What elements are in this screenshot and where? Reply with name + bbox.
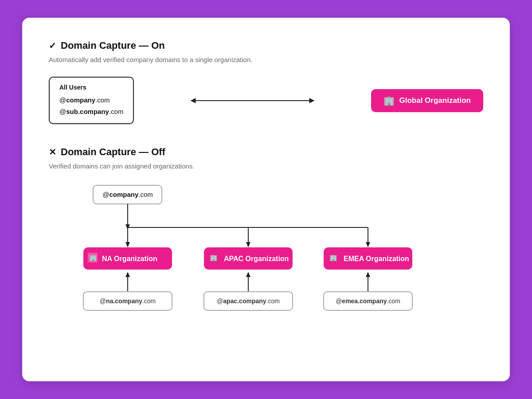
emea-org-label: EMEA Organization bbox=[344, 255, 409, 262]
na-building-icon: 🏢 bbox=[89, 254, 97, 262]
section-on-title: ✓ Domain Capture — On bbox=[49, 40, 483, 51]
emea-arrow-down bbox=[366, 242, 370, 247]
global-org-box: 🏢 Global Organization bbox=[371, 89, 483, 112]
apac-sub-arrow bbox=[246, 272, 250, 277]
emea-sub-text: @emea.company.com bbox=[336, 297, 400, 305]
emea-building-icon: 🏢 bbox=[329, 254, 337, 262]
domain2: @sub.company.com bbox=[59, 106, 123, 117]
apac-sub-text: @apac.company.com bbox=[217, 297, 280, 305]
apac-arrow-down bbox=[246, 242, 250, 247]
tree-diagram: @company.com NA bbox=[49, 183, 483, 322]
main-card: ✓ Domain Capture — On Automatically add … bbox=[22, 18, 510, 381]
na-sub-arrow bbox=[125, 272, 130, 277]
x-icon: ✕ bbox=[49, 147, 56, 157]
emea-sub-arrow bbox=[366, 272, 370, 277]
building-icon: 🏢 bbox=[383, 95, 395, 106]
section-on-description: Automatically add verified company domai… bbox=[49, 56, 483, 63]
section-off-title: ✕ Domain Capture — Off bbox=[49, 146, 483, 158]
tree-svg: @company.com NA bbox=[49, 183, 430, 321]
na-org-label: NA Organization bbox=[102, 255, 157, 262]
section-off-description: Verified domains can join assigned organ… bbox=[49, 162, 483, 170]
checkmark-icon: ✓ bbox=[49, 40, 56, 51]
all-users-label: All Users bbox=[59, 84, 123, 91]
na-arrow-down bbox=[125, 242, 130, 247]
all-users-box: All Users @company.com @sub.company.com bbox=[49, 77, 134, 124]
section-domain-capture-off: ✕ Domain Capture — Off Verified domains … bbox=[49, 146, 483, 322]
bidirectional-arrow bbox=[138, 94, 367, 108]
na-sub-text: @na.company.com bbox=[100, 297, 156, 305]
arrow-svg bbox=[138, 94, 367, 108]
domain1: @company.com bbox=[59, 94, 123, 106]
apac-building-icon: 🏢 bbox=[210, 254, 218, 262]
section-domain-capture-on: ✓ Domain Capture — On Automatically add … bbox=[49, 40, 483, 124]
diagram-on: All Users @company.com @sub.company.com … bbox=[49, 77, 483, 124]
apac-org-label: APAC Organization bbox=[224, 255, 289, 262]
right-arrowhead bbox=[309, 98, 315, 103]
top-domain-text: @company.com bbox=[102, 191, 153, 198]
global-org-label: Global Organization bbox=[399, 96, 471, 105]
